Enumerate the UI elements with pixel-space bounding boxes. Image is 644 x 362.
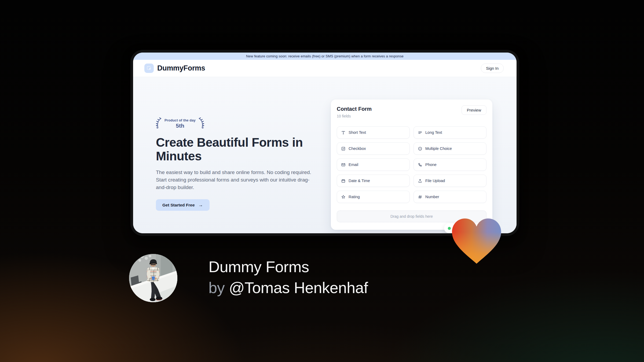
sign-in-button[interactable]: Sign In	[481, 64, 504, 73]
green-dot-icon	[448, 227, 451, 230]
field-chip-email[interactable]: Email	[337, 158, 410, 171]
field-chip-file-upload[interactable]: File Upload	[414, 175, 486, 187]
laurel-left-icon	[156, 117, 163, 130]
laurel-right-icon	[197, 117, 204, 130]
field-chip-number[interactable]: Number	[414, 191, 486, 203]
short-text-icon	[341, 130, 346, 135]
site-page: New feature coming soon: receive emails …	[133, 53, 517, 233]
arrow-right-icon: →	[199, 202, 203, 208]
cta-label: Get Started Free	[162, 203, 195, 208]
caption-block: Dummy Forms by @Tomas Henkenhaf	[208, 256, 368, 298]
caption-author: @Tomas Henkenhaf	[229, 279, 368, 296]
dashed-select-cursor-icon	[147, 66, 152, 71]
brand-name: DummyForms	[157, 64, 205, 72]
email-icon	[341, 162, 346, 167]
author-avatar	[129, 254, 177, 302]
caption-by-prefix: by	[208, 279, 229, 296]
checkbox-icon	[341, 146, 346, 151]
award-label: Product of the day	[164, 118, 196, 122]
hero-description: The easiest way to build and share onlin…	[156, 169, 313, 191]
caption-title: Dummy Forms	[208, 256, 368, 277]
long-text-icon	[418, 130, 422, 135]
announcement-text: New feature coming soon: receive emails …	[246, 54, 404, 58]
field-chip-short-text[interactable]: Short Text	[337, 126, 410, 139]
hash-icon	[418, 195, 422, 199]
phone-icon	[418, 162, 422, 167]
promo-canvas: New feature coming soon: receive emails …	[0, 0, 644, 362]
star-icon	[341, 195, 346, 199]
calendar-icon	[341, 179, 346, 183]
preview-button[interactable]: Preview	[462, 105, 486, 115]
app-logo[interactable]	[144, 64, 154, 73]
form-builder-panel: Contact Form 10 fields Preview Short Tex…	[331, 99, 492, 230]
gradient-heart-icon	[451, 218, 502, 264]
field-chip-long-text[interactable]: Long Text	[414, 126, 486, 139]
field-type-grid: Short Text Long Text	[337, 126, 486, 203]
field-chip-checkbox[interactable]: Checkbox	[337, 142, 410, 155]
field-chip-phone[interactable]: Phone	[414, 158, 486, 171]
field-chip-date-time[interactable]: Date & Time	[337, 175, 410, 187]
browser-window: New feature coming soon: receive emails …	[130, 50, 519, 236]
get-started-button[interactable]: Get Started Free →	[156, 199, 210, 211]
multiple-choice-icon	[418, 146, 422, 151]
field-chip-multiple-choice[interactable]: Multiple Choice	[414, 142, 486, 155]
product-of-day-badge: Product of the day 5th	[156, 117, 204, 130]
announcement-banner[interactable]: New feature coming soon: receive emails …	[133, 53, 517, 60]
hero-section: Product of the day 5th Create Beautiful …	[133, 77, 517, 233]
dropzone-text: Drag and drop fields here	[390, 214, 433, 219]
caption-byline: by @Tomas Henkenhaf	[208, 277, 368, 298]
upload-icon	[418, 179, 422, 183]
award-rank: 5th	[164, 123, 196, 129]
hero-title: Create Beautiful Forms in Minutes	[156, 136, 306, 163]
field-chip-rating[interactable]: Rating	[337, 191, 410, 203]
avatar-photo-illustration	[129, 254, 177, 302]
site-header: DummyForms Sign In	[133, 60, 517, 77]
